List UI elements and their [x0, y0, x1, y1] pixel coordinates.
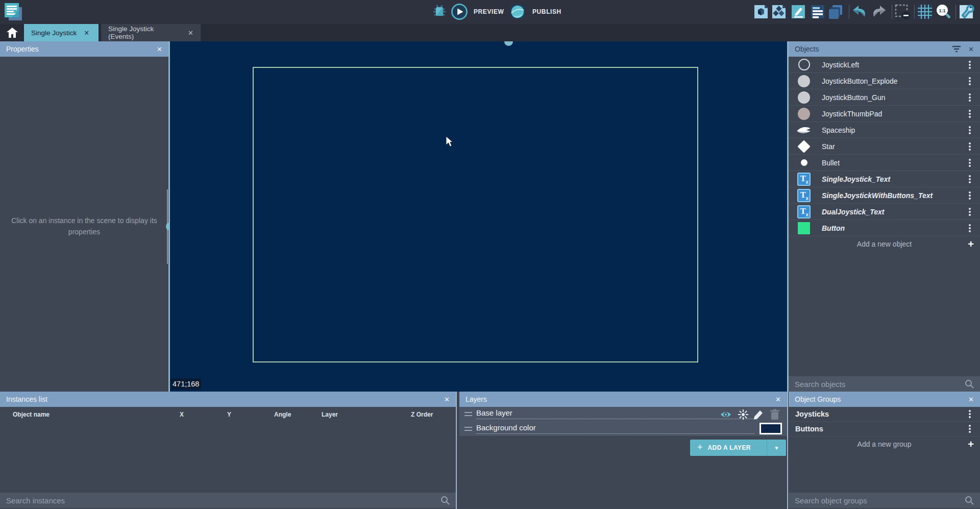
objects-panel-header: Objects ✕: [789, 41, 980, 57]
publish-globe-icon[interactable]: [509, 4, 526, 20]
search-objects-input[interactable]: [789, 380, 965, 389]
drag-handle-icon[interactable]: [464, 412, 472, 416]
tab-single-joystick-events[interactable]: Single Joystick (Events) ✕: [101, 24, 201, 41]
group-row[interactable]: Buttons: [789, 422, 980, 437]
mouse-coordinates: 471;168: [170, 378, 201, 390]
close-icon[interactable]: ✕: [444, 396, 450, 403]
background-color-field[interactable]: Background color: [476, 423, 754, 434]
search-instances-input[interactable]: [0, 496, 440, 505]
text-object-icon: [797, 173, 811, 186]
add-new-object-button[interactable]: Add a new object +: [789, 236, 980, 252]
column-z-order: Z Order: [411, 411, 433, 418]
add-new-group-button[interactable]: Add a new group +: [789, 437, 980, 452]
object-menu-icon[interactable]: [969, 129, 971, 131]
open-instances-list-icon[interactable]: [810, 4, 826, 20]
publish-button[interactable]: PUBLISH: [532, 8, 561, 15]
filter-icon[interactable]: [952, 45, 961, 53]
layer-delete-trash-icon[interactable]: [769, 408, 781, 421]
column-layer: Layer: [322, 411, 338, 418]
add-layer-dropdown-arrow[interactable]: ▼: [767, 440, 786, 456]
group-row[interactable]: Joysticks: [789, 407, 980, 422]
layer-row-base[interactable]: Base layer: [459, 407, 787, 422]
toolbar-separator: [849, 5, 849, 19]
close-icon[interactable]: ✕: [968, 396, 974, 403]
scene-canvas[interactable]: 471;168: [170, 41, 787, 392]
zoom-1-1-icon[interactable]: 1:1: [935, 4, 951, 20]
drag-handle-icon[interactable]: [464, 427, 472, 431]
instances-panel-header: Instances list ✕: [0, 392, 456, 407]
object-menu-icon[interactable]: [969, 227, 971, 229]
open-layers-panel-icon[interactable]: [827, 4, 844, 20]
object-menu-icon[interactable]: [969, 211, 971, 213]
svg-text:1:1: 1:1: [939, 8, 945, 13]
object-menu-icon[interactable]: [969, 178, 971, 180]
layers-panel-header: Layers ✕: [459, 392, 787, 407]
preview-play-icon[interactable]: [451, 4, 468, 20]
object-row[interactable]: Star: [789, 138, 980, 155]
object-row[interactable]: SingleJoystickWithButtons_Text: [789, 187, 980, 204]
top-toolbar: PREVIEW PUBLISH: [0, 0, 980, 24]
object-row[interactable]: JoystickLeft: [789, 57, 980, 73]
redo-icon[interactable]: [871, 4, 887, 20]
plus-icon: +: [968, 238, 974, 250]
tab-close-icon[interactable]: ✕: [188, 29, 193, 37]
tab-single-joystick[interactable]: Single Joystick ✕: [24, 24, 99, 41]
object-menu-icon[interactable]: [969, 96, 971, 99]
layer-effects-icon[interactable]: [737, 408, 749, 421]
object-row[interactable]: DualJoystick_Text: [789, 204, 980, 220]
layer-visibility-eye-icon[interactable]: [720, 408, 732, 421]
properties-empty-message: Click on an instance in the scene to dis…: [8, 215, 161, 238]
object-row[interactable]: JoystickButton_Gun: [789, 89, 980, 106]
grid-icon[interactable]: [917, 4, 933, 20]
instances-list-panel: Instances list ✕ Object name X Y Angle L…: [0, 392, 456, 509]
close-icon[interactable]: ✕: [968, 45, 974, 53]
add-a-layer-button[interactable]: + ADD A LAYER ▼: [690, 440, 786, 456]
object-menu-icon[interactable]: [969, 146, 971, 148]
close-icon[interactable]: ✕: [775, 396, 781, 403]
close-icon[interactable]: ✕: [157, 45, 162, 53]
editor-tab-bar: Single Joystick ✕ Single Joystick (Event…: [0, 24, 980, 41]
star-diamond-icon: [797, 140, 810, 153]
settings-wrench-icon[interactable]: [958, 4, 974, 20]
object-row[interactable]: JoystickButton_Explode: [789, 73, 980, 89]
object-row[interactable]: JoystickThumbPad: [789, 106, 980, 122]
tab-close-icon[interactable]: ✕: [84, 29, 89, 37]
panel-splitter[interactable]: [787, 392, 788, 509]
layer-row-background-color[interactable]: Background color: [459, 422, 787, 436]
layer-edit-pencil-icon[interactable]: [752, 408, 765, 421]
object-menu-icon[interactable]: [969, 162, 971, 164]
search-icon: [440, 496, 450, 505]
object-row[interactable]: Spaceship: [789, 122, 980, 138]
column-angle: Angle: [274, 411, 291, 418]
object-row[interactable]: Button: [789, 220, 980, 236]
object-row[interactable]: SingleJoystick_Text: [789, 171, 980, 187]
search-object-groups-bar: [789, 493, 980, 508]
home-icon[interactable]: [6, 27, 18, 38]
group-menu-icon[interactable]: [969, 428, 971, 430]
object-menu-icon[interactable]: [969, 113, 971, 115]
delete-selection-icon[interactable]: [894, 4, 911, 20]
panel-splitter[interactable]: [456, 392, 457, 509]
open-properties-panel-icon[interactable]: [790, 4, 806, 20]
object-menu-icon[interactable]: [969, 64, 971, 66]
group-menu-icon[interactable]: [969, 413, 971, 415]
object-menu-icon[interactable]: [969, 80, 971, 82]
toolbar-separator: [892, 5, 892, 19]
undo-icon[interactable]: [851, 4, 868, 20]
open-objects-panel-icon[interactable]: [753, 4, 769, 20]
app-menu-icon[interactable]: [5, 3, 22, 20]
layer-name-field[interactable]: Base layer: [476, 408, 754, 419]
object-groups-panel: Object Groups ✕ Joysticks Buttons Add a …: [789, 392, 980, 509]
properties-panel: Properties ✕ Click on an instance in the…: [0, 41, 168, 392]
search-object-groups-input[interactable]: [789, 496, 965, 505]
open-object-groups-panel-icon[interactable]: [771, 4, 787, 20]
object-row[interactable]: Bullet: [789, 155, 980, 171]
panel-title: Properties: [6, 45, 150, 53]
preview-button[interactable]: PREVIEW: [474, 8, 504, 15]
canvas-resize-handle[interactable]: [504, 41, 513, 46]
column-y: Y: [227, 411, 231, 418]
debugger-icon[interactable]: [431, 4, 448, 20]
background-color-swatch[interactable]: [760, 423, 782, 434]
toolbar-separator: [914, 5, 915, 19]
object-menu-icon[interactable]: [969, 195, 971, 197]
